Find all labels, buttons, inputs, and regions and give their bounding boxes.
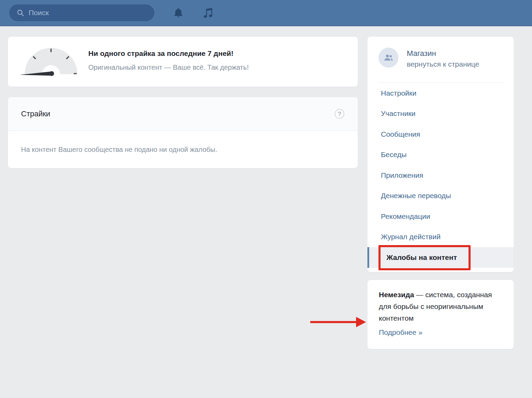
annotation-arrow-line (310, 321, 357, 323)
status-title: Ни одного страйка за последние 7 дней! (88, 49, 249, 58)
strikes-card-header: Страйки ? (8, 97, 358, 131)
notifications-bell-icon[interactable] (173, 7, 184, 19)
sidebar-item-conversations[interactable]: Беседы (367, 145, 514, 165)
sidebar-item-recommendations[interactable]: Рекомендации (367, 206, 514, 227)
sidebar-item-money-transfers[interactable]: Денежные переводы (367, 186, 514, 206)
sidebar-menu: Настройки Участники Сообщения Беседы При… (367, 83, 514, 268)
active-item-indicator (367, 247, 369, 268)
gauge-tick-top (50, 49, 52, 52)
strike-status-card: Ни одного страйка за последние 7 дней! О… (8, 36, 358, 87)
help-icon[interactable]: ? (334, 109, 345, 119)
community-avatar[interactable] (378, 48, 398, 68)
strike-gauge (16, 39, 83, 81)
nemezida-info-card: Немезида — система, созданная для борьбы… (367, 280, 514, 349)
sidebar-item-members[interactable]: Участники (367, 104, 514, 124)
sidebar-item-action-log[interactable]: Журнал действий (367, 227, 514, 247)
community-sidebar: Магазин вернуться к странице Настройки У… (367, 36, 514, 272)
search-icon (17, 9, 24, 17)
music-icon[interactable] (202, 7, 214, 19)
sidebar-item-apps[interactable]: Приложения (367, 165, 514, 186)
search-box[interactable] (9, 4, 154, 21)
nemezida-description: Немезида — система, созданная для борьбы… (379, 289, 497, 324)
strikes-empty-message: На контент Вашего сообщества не подано н… (21, 146, 217, 154)
strikes-card: Страйки ? На контент Вашего сообщества н… (8, 97, 358, 168)
strikes-title: Страйки (21, 109, 334, 118)
top-navigation-bar (0, 0, 532, 26)
annotation-arrow-head (356, 317, 366, 327)
active-item-label: Жалобы на контент (386, 253, 457, 262)
nemezida-title: Немезида (379, 291, 414, 299)
more-details-link[interactable]: Подробнее » (379, 328, 422, 337)
people-icon (383, 52, 394, 63)
sidebar-item-messages[interactable]: Сообщения (367, 124, 514, 145)
status-subtitle: Оригинальный контент — Ваше всё. Так дер… (88, 64, 249, 71)
community-name-link[interactable]: Магазин (407, 49, 436, 58)
svg-text:?: ? (338, 111, 341, 117)
sidebar-item-content-complaints[interactable]: Жалобы на контент (367, 247, 514, 268)
back-to-page-link[interactable]: вернуться к странице (407, 60, 479, 68)
gauge-tick-end (74, 73, 77, 74)
search-input[interactable] (29, 9, 142, 17)
sidebar-item-settings[interactable]: Настройки (367, 83, 514, 104)
